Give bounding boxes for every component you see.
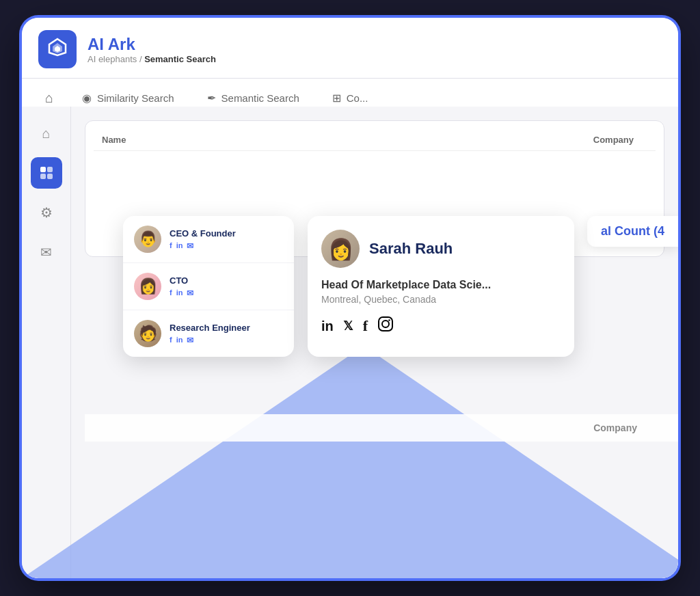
re-linkedin-icon[interactable]: in xyxy=(176,336,183,345)
semantic-icon: ✒ xyxy=(207,92,216,105)
logo-icon xyxy=(46,36,68,63)
company-label: Company xyxy=(593,422,664,433)
person-twitter-icon[interactable]: 𝕏 xyxy=(343,319,353,334)
ceo-facebook-icon[interactable]: f xyxy=(170,241,172,251)
ceo-title: CEO & Founder xyxy=(170,228,283,239)
logo xyxy=(38,30,77,68)
re-socials: f in ✉ xyxy=(170,336,283,345)
person-instagram-icon[interactable] xyxy=(377,316,394,336)
role-card: CEO & Founder f in ✉ CTO xyxy=(123,216,294,357)
similarity-icon: ◉ xyxy=(82,92,92,105)
cto-info: CTO f in ✉ xyxy=(170,275,283,298)
svg-rect-5 xyxy=(40,174,46,179)
svg-rect-7 xyxy=(379,317,392,331)
cto-title: CTO xyxy=(170,275,283,286)
svg-point-9 xyxy=(388,319,390,321)
ceo-info: CEO & Founder f in ✉ xyxy=(170,228,283,251)
avatar-cto xyxy=(134,273,161,300)
re-info: Research Engineer f in ✉ xyxy=(170,323,283,345)
re-facebook-icon[interactable]: f xyxy=(170,336,172,345)
role-item-re[interactable]: Research Engineer f in ✉ xyxy=(123,310,294,357)
avatar-re xyxy=(134,320,161,347)
avatar-sarah xyxy=(321,230,360,268)
cto-linkedin-icon[interactable]: in xyxy=(176,288,183,298)
role-item-cto[interactable]: CTO f in ✉ xyxy=(123,263,294,310)
table-header: Name Company xyxy=(94,129,656,151)
re-email-icon[interactable]: ✉ xyxy=(187,336,193,345)
person-detail-card: Sarah Rauh Head Of Marketplace Data Scie… xyxy=(308,216,574,357)
ceo-socials: f in ✉ xyxy=(170,241,283,251)
cto-email-icon[interactable]: ✉ xyxy=(187,288,193,298)
popup-container: CEO & Founder f in ✉ CTO xyxy=(123,216,574,357)
avatar-ceo xyxy=(134,226,161,253)
company-row: Company xyxy=(85,414,678,442)
person-linkedin-icon[interactable]: in xyxy=(321,319,334,334)
person-socials: in 𝕏 f xyxy=(321,316,561,336)
sarah-face-icon xyxy=(328,237,353,261)
ceo-face-icon xyxy=(139,230,157,248)
role-item-ceo[interactable]: CEO & Founder f in ✉ xyxy=(123,216,294,263)
company-icon: ⊞ xyxy=(332,92,341,105)
svg-rect-6 xyxy=(47,174,53,179)
left-sidebar: ⌂ ⚙ ✉ xyxy=(22,107,71,578)
re-face-icon xyxy=(139,325,157,342)
header-text: AI Ark AI elephants / Semantic Search xyxy=(88,35,216,64)
sidebar-people-button[interactable] xyxy=(31,157,62,189)
app-header: AI Ark AI elephants / Semantic Search xyxy=(22,18,678,79)
person-facebook-icon[interactable]: f xyxy=(363,317,368,335)
re-title: Research Engineer xyxy=(170,323,283,333)
app-name: AI Ark xyxy=(88,35,216,54)
person-role: Head Of Marketplace Data Scie... xyxy=(321,279,561,291)
cto-socials: f in ✉ xyxy=(170,288,283,298)
person-name: Sarah Rauh xyxy=(369,240,453,258)
ceo-linkedin-icon[interactable]: in xyxy=(176,241,183,251)
svg-rect-4 xyxy=(47,167,53,172)
ceo-email-icon[interactable]: ✉ xyxy=(187,241,193,251)
svg-rect-3 xyxy=(40,167,46,172)
breadcrumb: AI elephants / Semantic Search xyxy=(88,54,216,64)
cto-facebook-icon[interactable]: f xyxy=(170,288,172,298)
sidebar-mail-button[interactable]: ✉ xyxy=(31,236,62,268)
sidebar-settings-button[interactable]: ⚙ xyxy=(31,197,62,228)
svg-point-8 xyxy=(382,321,389,327)
person-location: Montreal, Quebec, Canada xyxy=(321,294,561,305)
sidebar-home-button[interactable]: ⌂ xyxy=(31,118,62,149)
person-card-header: Sarah Rauh xyxy=(321,230,561,268)
count-badge: al Count (4 xyxy=(587,216,678,247)
cto-face-icon xyxy=(139,277,157,295)
